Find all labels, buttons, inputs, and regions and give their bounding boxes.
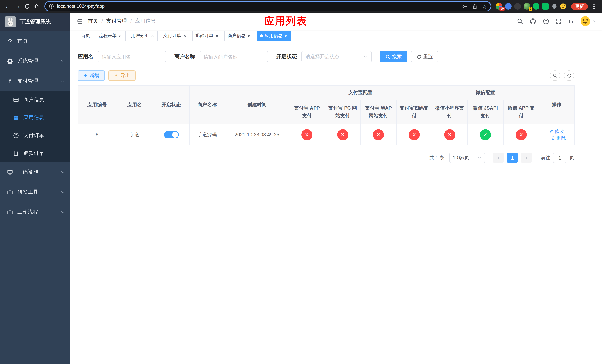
sidebar-item-refund-order[interactable]: 退款订单: [0, 144, 70, 162]
add-button[interactable]: 新增: [78, 70, 105, 81]
reload-button[interactable]: [22, 1, 32, 11]
hamburger-icon[interactable]: [70, 13, 88, 30]
tag-home[interactable]: 首页: [78, 31, 93, 41]
prev-page-button[interactable]: ‹: [493, 152, 504, 163]
pagination: 共 1 条 10条/页 ‹ 1 › 前往 页: [78, 152, 574, 163]
col-merchant: 商户名称: [189, 85, 225, 124]
alipay-qr-status: [408, 129, 420, 140]
breadcrumb-home[interactable]: 首页: [88, 18, 98, 24]
sidebar: 芋道管理系统 首页 系统管理 ¥ 支付管理: [0, 13, 70, 364]
sidebar-item-infrastructure[interactable]: 基础设施: [0, 162, 70, 182]
col-alipay-pc: 支付宝 PC 网站支付: [325, 100, 360, 124]
merchant-card-icon: [13, 97, 19, 103]
refresh-table-button[interactable]: [564, 70, 574, 81]
sidebar-logo-row[interactable]: 芋道管理系统: [0, 13, 70, 31]
extension-icon-colorful[interactable]: 10: [496, 3, 502, 10]
chevron-down-icon: [61, 210, 65, 214]
sidebar-item-pay-order[interactable]: 支付订单: [0, 127, 70, 144]
chevron-down-icon: [61, 59, 65, 63]
extension-icon-dark[interactable]: [514, 3, 521, 10]
sidebar-item-payment[interactable]: ¥ 支付管理: [0, 71, 70, 91]
close-icon[interactable]: [215, 34, 219, 38]
tag-merchant-info[interactable]: 商户信息: [224, 31, 254, 41]
user-avatar[interactable]: [580, 16, 597, 27]
sidebar-item-system[interactable]: 系统管理: [0, 51, 70, 71]
share-icon[interactable]: [472, 3, 477, 9]
delete-link[interactable]: 删除: [551, 135, 566, 141]
app-name-input[interactable]: [98, 51, 166, 62]
dashboard-icon: [7, 38, 13, 44]
browser-menu-icon[interactable]: [591, 2, 598, 10]
sidebar-item-label: 支付订单: [23, 132, 44, 139]
merchant-name-input[interactable]: [200, 51, 268, 62]
tag-pay-order[interactable]: 支付订单: [160, 31, 190, 41]
app-name-label: 应用名: [78, 53, 93, 60]
bookmark-star-icon[interactable]: ☆: [482, 3, 487, 9]
forward-button[interactable]: →: [13, 1, 22, 11]
edit-link[interactable]: 修改: [549, 128, 564, 135]
sidebar-item-label: 支付管理: [17, 78, 38, 85]
status-select[interactable]: 请选择开启状态: [301, 51, 372, 62]
breadcrumb-payment[interactable]: 支付管理: [106, 18, 127, 24]
profile-emoji-icon[interactable]: [560, 3, 567, 10]
alipay-app-status: [301, 129, 312, 140]
sidebar-item-home[interactable]: 首页: [0, 31, 70, 51]
col-group-wechat: 微信配置: [432, 85, 539, 100]
tag-user-group[interactable]: 用户分组: [128, 31, 158, 41]
close-icon[interactable]: [118, 34, 122, 38]
fullscreen-icon[interactable]: [555, 18, 561, 24]
address-bar[interactable]: localhost:1024/pay/app ☆: [44, 1, 491, 11]
question-icon[interactable]: [543, 18, 549, 24]
extensions-puzzle-icon[interactable]: [551, 3, 557, 9]
col-app-id: 应用编号: [78, 85, 116, 124]
active-dot: [260, 34, 263, 37]
col-create-time: 创建时间: [225, 85, 289, 124]
sidebar-item-dev-tools[interactable]: 研发工具: [0, 182, 70, 202]
sidebar-item-label: 基础设施: [17, 169, 38, 175]
toggle-search-button[interactable]: [550, 70, 560, 81]
site-info-icon[interactable]: [49, 4, 54, 9]
next-page-button[interactable]: ›: [521, 152, 532, 163]
font-size-icon[interactable]: TT: [568, 18, 573, 24]
col-group-alipay: 支付宝配置: [289, 85, 432, 100]
extension-icon-green-circle[interactable]: [533, 3, 539, 10]
screen: ← → localhost:1024/pay/app ☆ 10 1: [0, 0, 602, 364]
reset-button[interactable]: 重置: [411, 51, 438, 62]
close-icon[interactable]: [284, 34, 288, 38]
sidebar-item-workflow[interactable]: 工作流程: [0, 202, 70, 222]
back-button[interactable]: ←: [3, 1, 13, 11]
search-button[interactable]: 搜索: [380, 51, 407, 62]
home-button[interactable]: [32, 1, 42, 11]
search-icon[interactable]: [517, 18, 523, 24]
close-icon[interactable]: [151, 34, 154, 38]
tag-app-info[interactable]: 应用信息: [257, 31, 291, 41]
col-actions: 操作: [539, 85, 574, 124]
browser-toolbar: ← → localhost:1024/pay/app ☆ 10 1: [0, 0, 602, 13]
sidebar-item-merchant-info[interactable]: 商户信息: [0, 91, 70, 109]
extension-icon-avatar[interactable]: 1: [524, 3, 530, 10]
github-icon[interactable]: [529, 18, 536, 25]
extension-icon-blue[interactable]: [505, 3, 512, 10]
tags-view: 首页 流程表单 用户分组 支付订单 退款订单 商户信息 应用信息: [70, 30, 602, 42]
dev-tools-icon: [7, 189, 13, 195]
col-alipay-qr: 支付宝扫码支付: [396, 100, 432, 124]
tag-refund-order[interactable]: 退款订单: [192, 31, 222, 41]
caret-down-icon: [593, 19, 597, 23]
extension-icon-green-square[interactable]: [542, 3, 549, 10]
chevron-down-icon: [363, 54, 368, 59]
close-icon[interactable]: [247, 34, 251, 38]
payment-submenu: 商户信息 应用信息 支付订单 退款订单: [0, 91, 70, 162]
status-toggle[interactable]: [164, 131, 179, 138]
chrome-update-button[interactable]: 更新: [571, 2, 588, 10]
password-key-icon[interactable]: [462, 3, 467, 9]
sidebar-item-app-info[interactable]: 应用信息: [0, 109, 70, 127]
page-number-1[interactable]: 1: [507, 152, 517, 163]
pay-order-icon: [13, 133, 19, 139]
close-icon[interactable]: [183, 34, 187, 38]
col-app-name: 应用名: [116, 85, 153, 124]
tag-process-form[interactable]: 流程表单: [96, 31, 126, 41]
goto-page-input[interactable]: [553, 152, 567, 163]
total-count: 共 1 条: [429, 154, 444, 161]
export-button[interactable]: 导出: [108, 70, 136, 81]
page-size-select[interactable]: 10条/页: [450, 152, 485, 163]
